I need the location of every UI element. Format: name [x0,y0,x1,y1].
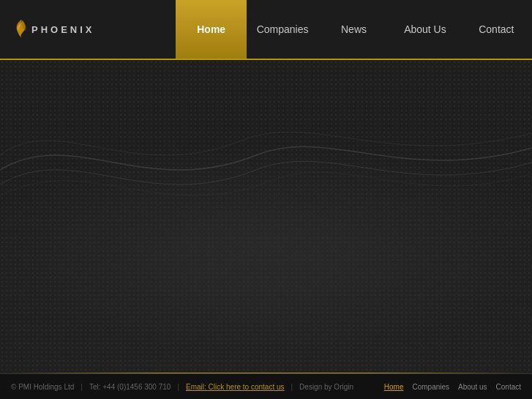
main-nav: Home Companies News About Us Contact [176,0,532,59]
footer-email-link[interactable]: Email: Click here to contact us [186,383,285,391]
header: PHOENIX Home Companies News About Us Con… [0,0,532,60]
svg-point-0 [19,27,23,32]
logo-area: PHOENIX [0,0,176,59]
nav-item-companies[interactable]: Companies [247,0,318,59]
footer-divider [0,373,532,373]
footer-left: © PMI Holdings Ltd | Tel: +44 (0)1456 30… [11,383,353,391]
nav-item-contact[interactable]: Contact [461,0,532,59]
footer-nav-about[interactable]: About us [458,383,487,391]
main-content [0,60,532,373]
footer-nav: Home Companies About us Contact [384,383,521,391]
wave-decoration [0,82,532,228]
footer-nav-companies[interactable]: Companies [412,383,449,391]
footer: © PMI Holdings Ltd | Tel: +44 (0)1456 30… [0,373,532,399]
footer-tel: Tel: +44 (0)1456 300 710 [89,383,171,391]
footer-nav-contact[interactable]: Contact [496,383,521,391]
footer-sep3: | [291,383,293,391]
logo-name: PHOENIX [31,24,95,35]
footer-nav-home[interactable]: Home [384,383,404,391]
footer-sep1: | [80,383,83,391]
phoenix-logo-icon [11,18,31,39]
footer-sep2: | [177,383,179,391]
nav-item-about[interactable]: About Us [389,0,460,59]
footer-design: Design by Origin [299,383,353,391]
nav-item-home[interactable]: Home [176,0,247,59]
footer-copyright: © PMI Holdings Ltd [11,383,74,391]
nav-item-news[interactable]: News [318,0,389,59]
logo-text: PHOENIX [31,24,95,35]
